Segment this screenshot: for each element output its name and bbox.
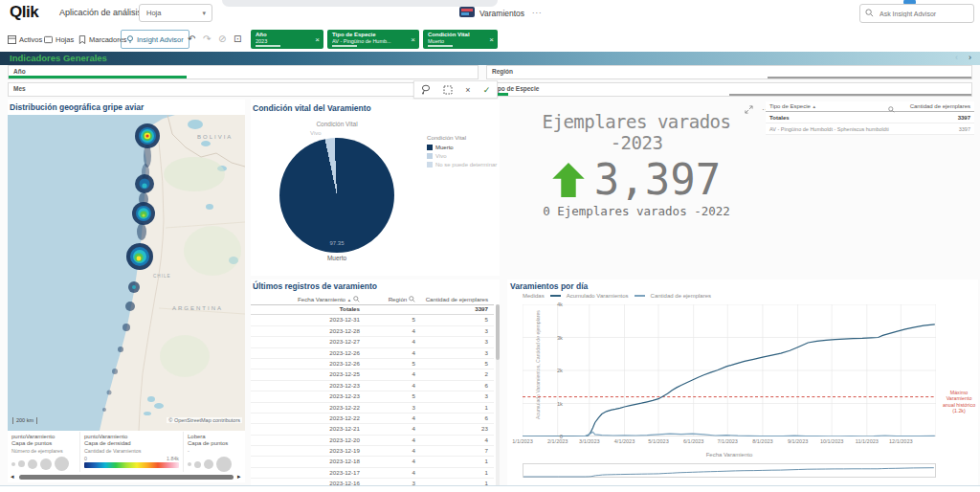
next-sheet-icon[interactable]: › <box>969 53 971 62</box>
table-row[interactable]: 2023-12-2353 <box>251 391 494 402</box>
search-input[interactable] <box>878 6 972 21</box>
sheet-selector-value: Hoja <box>146 9 161 17</box>
legend-item-vivo[interactable]: Vivo <box>427 153 498 159</box>
table-cell: 4 <box>364 446 419 456</box>
table-row[interactable]: 2023-12-3155 <box>251 315 494 325</box>
table-row[interactable]: 2023-12-21423 <box>251 424 494 435</box>
kpi-panel[interactable]: Ejemplares varados -2023 3,397 0 Ejempla… <box>512 111 761 216</box>
filter-region[interactable]: Región <box>486 65 972 79</box>
column-header-especie[interactable]: Tipo de Especie ▲ <box>766 103 899 109</box>
selection-forward-icon[interactable]: ↷ <box>203 33 211 45</box>
table-row[interactable]: 2023-12-2643 <box>251 348 494 359</box>
filter-ano[interactable]: Año <box>8 65 479 79</box>
chip-field: Tipo de Especie <box>332 32 406 38</box>
table-row[interactable]: 2023-12-2843 <box>251 326 494 337</box>
table-row[interactable]: 2023-12-1841 <box>251 457 494 467</box>
table-row[interactable]: 2023-12-2743 <box>251 337 494 347</box>
selections-tool-icon[interactable]: ⊡ <box>234 33 241 45</box>
close-icon[interactable]: × <box>315 35 320 44</box>
top-bar: Qlik Aplicación de análisis Hoja ▾ Varam… <box>0 0 980 28</box>
filter-mes[interactable]: Mes <box>8 82 479 97</box>
table-row[interactable]: 2023-12-1947 <box>251 446 494 457</box>
filter-label: Año <box>13 68 26 75</box>
qlik-logo[interactable]: Qlik <box>10 3 38 22</box>
assets-button[interactable]: Activos <box>8 33 42 46</box>
pie-legend: Condición Vital Muerto Vivo No se puede … <box>427 134 498 170</box>
table-cell: 2023-12-22 <box>251 414 364 423</box>
prev-sheet-icon[interactable]: ‹ <box>955 53 958 62</box>
sheet-selector-dropdown[interactable]: Hoja ▾ <box>139 4 212 22</box>
confirm-selection-icon[interactable]: ✓ <box>483 85 491 95</box>
qlik-dashboard: Qlik Aplicación de análisis Hoja ▾ Varam… <box>0 0 980 492</box>
pie-panel-title: Condición vital del Varamiento <box>253 103 371 113</box>
app-name[interactable]: Varamientos <box>479 9 524 18</box>
bottom-edge <box>0 485 980 492</box>
search-icon[interactable] <box>888 106 895 113</box>
scroll-left-icon[interactable]: ◂ <box>11 473 14 481</box>
y-tick: 1k <box>557 401 563 407</box>
table-cell: 5 <box>364 359 419 369</box>
table-cell: 4 <box>364 468 419 478</box>
table-cell: 3 <box>419 391 494 401</box>
close-icon[interactable]: × <box>489 35 494 44</box>
lasso-icon[interactable] <box>421 84 431 95</box>
table-row[interactable]: 2023-12-2655 <box>251 359 494 369</box>
marquee-select-icon[interactable] <box>443 85 453 95</box>
insight-advisor-button[interactable]: Insight Advisor <box>121 30 189 49</box>
column-header-fecha[interactable]: Fecha Varamiento ▲ <box>251 296 364 302</box>
legend-series-acumulado[interactable]: Acumulado Varamientos <box>567 293 629 299</box>
sheets-button[interactable]: Hojas <box>44 33 74 46</box>
table-cell: 3 <box>419 348 494 358</box>
table-row[interactable]: 2023-12-2346 <box>251 381 494 391</box>
x-tick: 6/1/2023 <box>683 438 703 444</box>
table-cell: 2023-12-18 <box>251 457 364 466</box>
sheets-icon <box>44 35 53 44</box>
column-header-cantidad[interactable]: Cantidad de ejemplares <box>419 296 494 302</box>
table-row[interactable]: 2023-12-1741 <box>251 468 494 479</box>
filter-chip-especie[interactable]: Tipo de Especie AV - Pingüino de Humb...… <box>327 30 419 49</box>
x-tick: 4/1/2023 <box>614 438 635 444</box>
legend-item-nd[interactable]: No se puede determinar <box>427 162 498 168</box>
search-icon[interactable] <box>353 296 360 302</box>
table-row[interactable]: Totales3397 <box>251 304 494 315</box>
map-drawing: BOLIVIA ARGENTINA CHILE <box>8 115 245 431</box>
column-header-region[interactable]: Región <box>364 296 419 302</box>
table-row[interactable]: AV - Pingüino de Humboldt - Spheniscus h… <box>766 123 974 135</box>
scroll-right-icon[interactable]: ▸ <box>237 473 241 481</box>
y-tick: 3k <box>557 335 563 341</box>
insight-search[interactable] <box>859 4 974 23</box>
selection-back-icon[interactable]: ↶ <box>188 33 195 45</box>
x-tick: 11/1/2023 <box>856 438 879 444</box>
chart-plot-area[interactable] <box>523 304 936 436</box>
filter-chip-ano[interactable]: Año 2023 × <box>251 30 323 49</box>
records-body: Totales33972023-12-31552023-12-28432023-… <box>251 304 494 492</box>
table-row[interactable]: 2023-12-2246 <box>251 414 494 424</box>
map-legend: puntoVaramiento Capa de puntos Número de… <box>8 432 245 472</box>
geo-map[interactable]: BOLIVIA ARGENTINA CHILE 200 km © OpenStr… <box>8 115 245 431</box>
vertical-scrollbar[interactable] <box>496 304 500 486</box>
search-icon[interactable] <box>409 296 415 302</box>
search-icon <box>865 9 874 17</box>
cancel-selection-icon[interactable]: × <box>465 85 470 95</box>
horizontal-scrollbar[interactable] <box>19 475 234 480</box>
kpi-title: Ejemplares varados -2023 <box>512 111 761 153</box>
filter-tipo-especie[interactable]: Tipo de Especie <box>486 82 972 97</box>
table-cell: 2023-12-17 <box>251 468 364 478</box>
filter-chip-condicion[interactable]: Condición Vital Muerto × <box>423 30 498 49</box>
legend-series-cantidad[interactable]: Cantidad de ejemplares <box>651 293 711 299</box>
line-chart-panel: Varamientos por día Medidas Acumulado Va… <box>507 280 978 492</box>
table-cell: 2023-12-23 <box>251 391 364 401</box>
legend-item-muerto[interactable]: Muerto <box>427 145 498 150</box>
table-row[interactable]: 2023-12-2044 <box>251 436 494 446</box>
table-row[interactable]: 2023-12-2542 <box>251 369 494 380</box>
map-panel: Distribución geográfica gripe aviar <box>8 100 245 482</box>
table-row: Totales 3397 <box>766 112 974 123</box>
close-icon[interactable]: × <box>411 35 415 44</box>
table-cell: 3 <box>419 337 494 347</box>
column-header-cantidad[interactable]: Cantidad de ejemplares <box>899 103 974 109</box>
pie-chart[interactable] <box>279 138 394 253</box>
chart-range-navigator[interactable] <box>523 463 936 478</box>
clear-selections-icon[interactable]: ⊘ <box>218 33 226 45</box>
app-more-menu[interactable]: ... <box>532 6 543 15</box>
table-row[interactable]: 2023-12-2231 <box>251 403 494 414</box>
